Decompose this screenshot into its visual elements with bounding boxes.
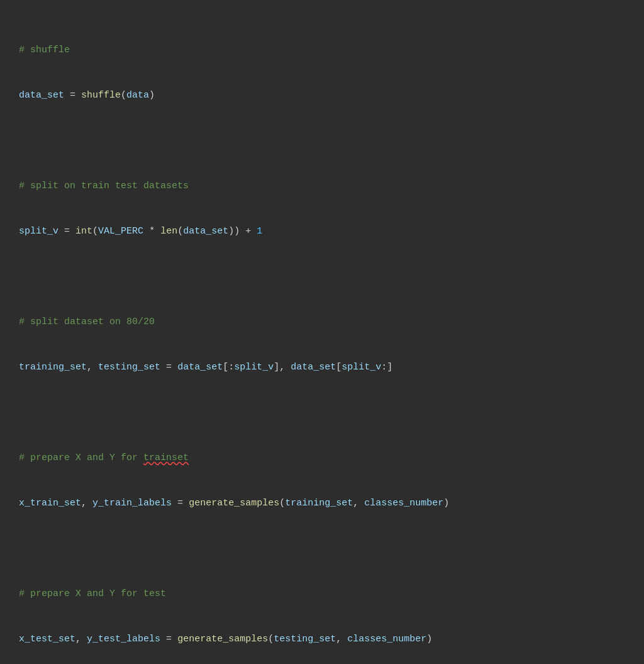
line-comment-prepare-test: # prepare X and Y for test — [19, 587, 625, 602]
line-split-v: split_v = int(VAL_PERC * len(data_set)) … — [19, 224, 625, 239]
line-training-testing: training_set, testing_set = data_set[:sp… — [19, 360, 625, 375]
line-empty-1 — [19, 133, 625, 149]
line-comment-shuffle: # shuffle — [19, 43, 625, 58]
line-comment-prepare-train: # prepare X and Y for trainset — [19, 451, 625, 466]
line-comment-8020: # split dataset on 80/20 — [19, 315, 625, 330]
line-empty-3 — [19, 405, 625, 420]
line-comment-split: # split on train test datasets — [19, 179, 625, 194]
code-editor: # shuffle data_set = shuffle(data) # spl… — [19, 13, 625, 664]
line-dataset-shuffle: data_set = shuffle(data) — [19, 88, 625, 103]
line-x-train: x_train_set, y_train_labels = generate_s… — [19, 496, 625, 511]
line-x-test: x_test_set, y_test_labels = generate_sam… — [19, 632, 625, 647]
line-empty-4 — [19, 541, 625, 556]
line-empty-2 — [19, 269, 625, 284]
